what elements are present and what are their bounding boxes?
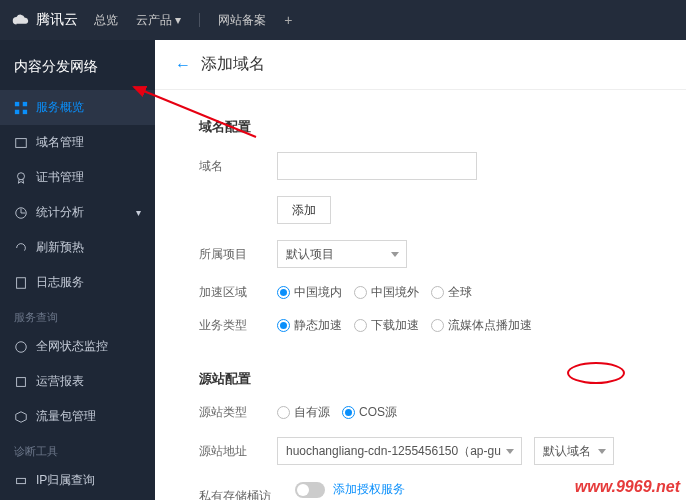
sidebar-item-status[interactable]: 全网状态监控 <box>0 329 155 364</box>
svg-rect-6 <box>17 277 26 288</box>
globe-icon <box>14 340 28 354</box>
topnav-item[interactable]: 网站备案 <box>218 12 266 29</box>
ip-icon <box>14 474 28 488</box>
origin-type-cos[interactable]: COS源 <box>342 404 397 421</box>
cos-auth-toggle[interactable] <box>295 482 325 498</box>
sidebar-item-label: 流量包管理 <box>36 408 96 425</box>
sidebar-item-label: 域名管理 <box>36 134 84 151</box>
origin-config-section: 源站配置 源站类型 自有源 COS源 源站地址 huochangliang-cd… <box>179 362 662 500</box>
svg-point-7 <box>16 341 27 352</box>
origin-type-self[interactable]: 自有源 <box>277 404 330 421</box>
topnav: 总览 云产品 ▾ 网站备案 + <box>94 12 293 29</box>
back-arrow-icon[interactable]: ← <box>175 56 191 74</box>
sidebar: 内容分发网络 服务概览 域名管理 证书管理 统计分析 ▾ 刷新预热 日志服务 服… <box>0 40 155 500</box>
svg-point-5 <box>18 172 25 179</box>
field-label: 业务类型 <box>199 317 259 334</box>
sidebar-group: 服务查询 <box>0 300 155 329</box>
sidebar-item-label: 运营报表 <box>36 373 84 390</box>
field-label: 域名 <box>199 158 259 175</box>
cos-auth-link[interactable]: 添加授权服务 <box>333 481 405 498</box>
section-title: 源站配置 <box>179 362 662 396</box>
origin-addr-select[interactable]: huochangliang-cdn-1255456150（ap-gu <box>277 437 522 465</box>
svg-rect-0 <box>15 101 19 105</box>
refresh-icon <box>14 241 28 255</box>
sidebar-title: 内容分发网络 <box>0 54 155 90</box>
cloud-logo-icon <box>12 11 30 29</box>
file-icon <box>14 276 28 290</box>
region-radio-global[interactable]: 全球 <box>431 284 472 301</box>
region-radio-intl[interactable]: 中国境外 <box>354 284 419 301</box>
svg-rect-9 <box>17 478 26 483</box>
project-select[interactable]: 默认项目 <box>277 240 407 268</box>
field-label: 私有存储桶访问 <box>199 488 277 500</box>
topbar: 腾讯云 总览 云产品 ▾ 网站备案 + <box>0 0 686 40</box>
add-button[interactable]: 添加 <box>277 196 331 224</box>
page-header: ← 添加域名 <box>155 40 686 90</box>
svg-rect-1 <box>23 101 27 105</box>
svg-rect-3 <box>23 109 27 113</box>
brand[interactable]: 腾讯云 <box>12 11 78 29</box>
topnav-item[interactable]: 总览 <box>94 12 118 29</box>
sidebar-item-label: IP归属查询 <box>36 472 95 489</box>
svg-rect-4 <box>16 138 27 147</box>
field-label: 所属项目 <box>199 246 259 263</box>
section-title: 域名配置 <box>179 110 662 144</box>
grid-icon <box>14 101 28 115</box>
domain-input[interactable] <box>277 152 477 180</box>
sidebar-item-report[interactable]: 运营报表 <box>0 364 155 399</box>
sidebar-item-refresh[interactable]: 刷新预热 <box>0 230 155 265</box>
sidebar-item-overview[interactable]: 服务概览 <box>0 90 155 125</box>
domain-config-section: 域名配置 域名 添加 所属项目 默认项目 加速区域 中国境内 中国境外 全球 <box>179 110 662 342</box>
sidebar-item-label: 服务概览 <box>36 99 84 116</box>
region-radio-cn[interactable]: 中国境内 <box>277 284 342 301</box>
field-label: 加速区域 <box>199 284 259 301</box>
sidebar-item-label: 统计分析 <box>36 204 84 221</box>
sidebar-item-domain[interactable]: 域名管理 <box>0 125 155 160</box>
sidebar-item-label: 全网状态监控 <box>36 338 108 355</box>
biz-radio-vod[interactable]: 流媒体点播加速 <box>431 317 532 334</box>
sidebar-item-label: 日志服务 <box>36 274 84 291</box>
sidebar-item-traffic[interactable]: 流量包管理 <box>0 399 155 434</box>
main-content: ← 添加域名 域名配置 域名 添加 所属项目 默认项目 加速区域 中国境内 中国… <box>155 40 686 500</box>
svg-rect-8 <box>17 377 26 386</box>
cert-icon <box>14 171 28 185</box>
biz-radio-download[interactable]: 下载加速 <box>354 317 419 334</box>
box-icon <box>14 410 28 424</box>
separator <box>199 13 200 27</box>
sidebar-item-cert[interactable]: 证书管理 <box>0 160 155 195</box>
sidebar-item-ip[interactable]: IP归属查询 <box>0 463 155 498</box>
svg-rect-2 <box>15 109 19 113</box>
layers-icon <box>14 136 28 150</box>
sidebar-group: 诊断工具 <box>0 434 155 463</box>
plus-icon[interactable]: + <box>284 12 292 28</box>
topnav-item[interactable]: 云产品 ▾ <box>136 12 181 29</box>
sidebar-item-log[interactable]: 日志服务 <box>0 265 155 300</box>
sidebar-item-label: 刷新预热 <box>36 239 84 256</box>
report-icon <box>14 375 28 389</box>
sidebar-item-label: 证书管理 <box>36 169 84 186</box>
origin-domain-select[interactable]: 默认域名 <box>534 437 614 465</box>
page-title: 添加域名 <box>201 54 265 75</box>
chevron-down-icon: ▾ <box>136 207 141 218</box>
field-label: 源站类型 <box>199 404 259 421</box>
field-label: 源站地址 <box>199 443 259 460</box>
biz-radio-static[interactable]: 静态加速 <box>277 317 342 334</box>
brand-text: 腾讯云 <box>36 11 78 29</box>
sidebar-item-stats[interactable]: 统计分析 ▾ <box>0 195 155 230</box>
chart-icon <box>14 206 28 220</box>
